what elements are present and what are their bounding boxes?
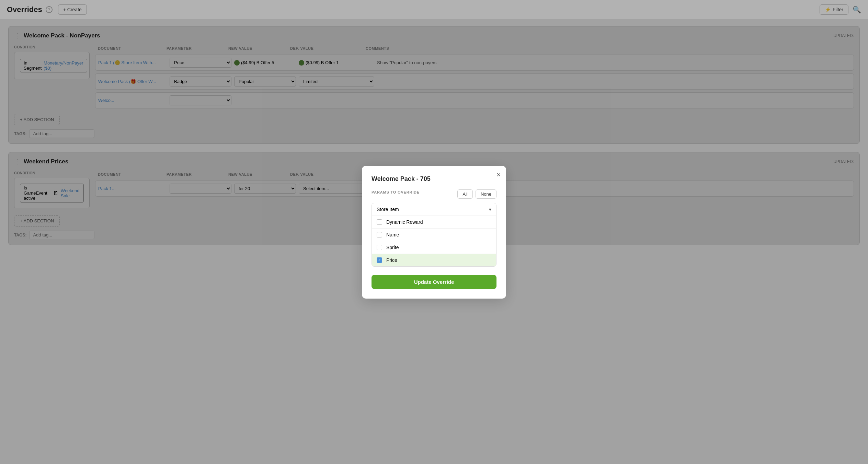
group-name: Store Item — [377, 207, 399, 212]
modal: × Welcome Pack - 705 PARAMS TO OVERRIDE … — [362, 166, 506, 299]
modal-close-button[interactable]: × — [496, 171, 501, 178]
checkbox-sprite[interactable] — [377, 245, 382, 250]
modal-overlay: × Welcome Pack - 705 PARAMS TO OVERRIDE … — [0, 0, 868, 464]
none-button[interactable]: None — [476, 189, 496, 199]
update-override-button[interactable]: Update Override — [372, 275, 496, 289]
params-label: PARAMS TO OVERRIDE — [372, 190, 420, 194]
param-item-sprite[interactable]: Sprite — [372, 241, 496, 254]
chevron-down-icon: ▾ — [489, 207, 491, 212]
checkbox-name[interactable] — [377, 232, 382, 237]
modal-title: Welcome Pack - 705 — [372, 175, 496, 183]
param-label-sprite: Sprite — [386, 245, 399, 250]
param-list-container: Store Item ▾ Dynamic Reward Name Sprite … — [372, 203, 496, 267]
param-item-dynamic-reward[interactable]: Dynamic Reward — [372, 216, 496, 229]
param-label-dynamic-reward: Dynamic Reward — [386, 219, 423, 225]
param-label-price: Price — [386, 257, 397, 263]
checkbox-dynamic-reward[interactable] — [377, 219, 382, 225]
params-controls: All None — [457, 189, 496, 199]
all-button[interactable]: All — [457, 189, 472, 199]
checkbox-price[interactable] — [377, 257, 382, 263]
param-label-name: Name — [386, 232, 399, 237]
param-item-price[interactable]: Price — [372, 254, 496, 266]
param-item-name[interactable]: Name — [372, 229, 496, 241]
params-header-row: PARAMS TO OVERRIDE All None — [372, 189, 496, 199]
param-list-header[interactable]: Store Item ▾ — [372, 203, 496, 216]
